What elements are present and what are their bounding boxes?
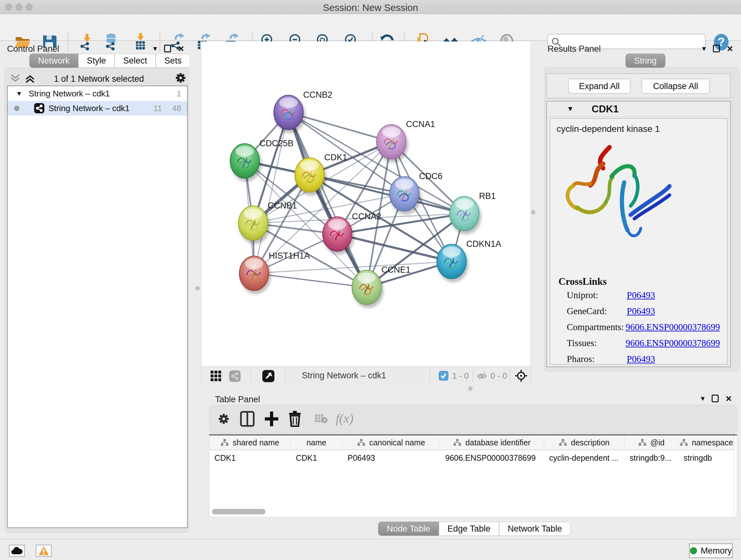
- tab-sets[interactable]: Sets: [156, 54, 190, 68]
- network-options-gear-icon[interactable]: [174, 71, 188, 85]
- entry-collapse-icon[interactable]: ▼: [567, 105, 574, 113]
- node-label-CCNE1: CCNE1: [381, 265, 411, 274]
- memory-status-dot: [690, 547, 697, 554]
- results-panel-collapse-icon[interactable]: ▾: [702, 44, 706, 53]
- tab-string-results[interactable]: String: [625, 54, 665, 68]
- crosslink-label: GeneCard:: [567, 306, 627, 316]
- node-RB1[interactable]: RB1: [450, 191, 496, 234]
- control-panel-title: Control Panel: [7, 44, 59, 54]
- expand-all-button[interactable]: Expand All: [568, 78, 630, 94]
- column-header-label: name: [307, 438, 327, 447]
- tree-expand-icon[interactable]: ▼: [16, 90, 22, 98]
- statusbar-separator: [285, 369, 285, 382]
- cell-database-identifier[interactable]: 9606.ENSP00000378699: [440, 451, 544, 465]
- fit-selected-crosshair-icon[interactable]: [515, 369, 528, 382]
- results-panel-title: Results Panel: [548, 44, 601, 54]
- column-type-icon: [559, 439, 567, 446]
- node-label-CDC25B: CDC25B: [259, 138, 293, 148]
- column-header-database-identifier[interactable]: database identifier: [440, 435, 544, 449]
- create-column-icon[interactable]: [264, 411, 279, 427]
- table-panel-float-icon[interactable]: [712, 395, 719, 402]
- import-table-icon[interactable]: [131, 33, 149, 51]
- node-CDKN1A[interactable]: CDKN1A: [437, 239, 501, 282]
- control-panel-close-icon[interactable]: ×: [178, 45, 184, 52]
- table-panel-close-icon[interactable]: ×: [726, 395, 732, 402]
- cell--id[interactable]: stringdb:9...: [624, 451, 678, 465]
- column-header-shared-name[interactable]: shared name: [209, 435, 291, 449]
- tab-style[interactable]: Style: [78, 54, 115, 68]
- tab-select[interactable]: Select: [115, 54, 156, 68]
- control-panel-float-icon[interactable]: [164, 45, 171, 52]
- table-gear-icon[interactable]: [216, 412, 231, 426]
- entry-gene-name: CDK1: [592, 104, 618, 115]
- node-CCNB2[interactable]: CCNB2: [274, 90, 333, 133]
- network-row-selected[interactable]: String Network – cdk1 11 48: [8, 101, 187, 116]
- edge-CCNB2-CCNE1[interactable]: [288, 112, 367, 287]
- node-label-CCNA2: CCNA2: [352, 212, 381, 221]
- cloud-status-button[interactable]: [9, 545, 25, 557]
- table-vertical-scrollbar[interactable]: [734, 435, 734, 517]
- tab-node-table[interactable]: Node Table: [378, 522, 439, 536]
- crosslink-label: Tissues:: [567, 338, 625, 348]
- tab-network-table[interactable]: Network Table: [499, 522, 571, 536]
- right-splitter-handle[interactable]: [531, 210, 536, 214]
- crosslink-link[interactable]: 9606.ENSP00000378699: [625, 338, 720, 348]
- table-horizontal-scrollbar[interactable]: [212, 509, 266, 514]
- grid-view-icon[interactable]: [210, 370, 222, 382]
- column-header-name[interactable]: name: [291, 435, 342, 449]
- show-columns-icon[interactable]: [240, 411, 255, 427]
- table-panel-collapse-icon[interactable]: ▾: [701, 394, 704, 403]
- crosslink-link[interactable]: P06493: [627, 306, 655, 316]
- control-panel-collapse-icon[interactable]: ▾: [153, 44, 157, 53]
- node-CDC6[interactable]: CDC6: [390, 172, 443, 214]
- column-header-canonical-name[interactable]: canonical name: [342, 435, 440, 449]
- column-header-description[interactable]: description: [544, 435, 624, 449]
- node-CCNB1[interactable]: CCNB1: [239, 201, 297, 244]
- cell-namespace[interactable]: stringdb: [678, 451, 735, 465]
- tab-edge-table[interactable]: Edge Table: [439, 522, 499, 536]
- title-bar: Session: New Session: [0, 0, 741, 14]
- column-header--id[interactable]: @id: [624, 435, 678, 449]
- node-label-HIST1H1A: HIST1H1A: [269, 251, 310, 260]
- cell-name[interactable]: CDK1: [291, 451, 342, 465]
- collapse-all-networks-icon[interactable]: [10, 73, 21, 84]
- collapse-all-button[interactable]: Collapse All: [642, 78, 710, 94]
- statusbar-separator: [430, 369, 430, 382]
- table-tabs: Node Table Edge Table Network Table: [378, 522, 570, 536]
- memory-label: Memory: [701, 546, 732, 556]
- memory-button[interactable]: Memory: [689, 543, 733, 558]
- results-entry-header[interactable]: ▼ CDK1: [547, 102, 730, 117]
- network-canvas[interactable]: CCNB2CCNA1CDC25BCDK1CDC6RB1CCNB1CCNA2CDK…: [201, 42, 531, 367]
- edge-CCNA2-CDKN1A[interactable]: [337, 234, 452, 261]
- left-splitter-handle[interactable]: [195, 286, 200, 291]
- column-header-namespace[interactable]: namespace: [678, 435, 735, 449]
- expand-all-networks-icon[interactable]: [24, 73, 36, 84]
- open-in-window-icon[interactable]: [262, 370, 275, 382]
- crosslink-link[interactable]: P06493: [627, 354, 655, 364]
- crosslink-row: GeneCard:P06493: [567, 306, 720, 316]
- tab-network[interactable]: Network: [29, 54, 78, 68]
- network-collection-row[interactable]: ▼ String Network – cdk1 1: [8, 86, 187, 101]
- cell-canonical-name[interactable]: P06493: [342, 451, 440, 465]
- edge-CCNB2-HIST1H1A[interactable]: [254, 112, 288, 273]
- selected-checkbox-icon[interactable]: [439, 371, 448, 381]
- warnings-button[interactable]: [36, 545, 52, 557]
- table-row[interactable]: CDK1CDK1P064939606.ENSP00000378699cyclin…: [209, 451, 735, 465]
- bottom-splitter-handle[interactable]: [468, 386, 473, 391]
- crosslink-link[interactable]: P06493: [627, 290, 655, 300]
- table-panel-title: Table Panel: [215, 395, 260, 405]
- crosslink-link[interactable]: 9606.ENSP00000378699: [625, 322, 720, 332]
- results-panel-close-icon[interactable]: ×: [727, 45, 733, 52]
- node-CDC25B[interactable]: CDC25B: [230, 138, 293, 182]
- birds-eye-view-icon[interactable]: [229, 370, 241, 382]
- results-panel-float-icon[interactable]: [713, 45, 720, 52]
- import-network-file-icon[interactable]: [78, 33, 96, 51]
- delete-column-icon[interactable]: [288, 410, 302, 427]
- node-CCNA2[interactable]: CCNA2: [323, 212, 381, 255]
- cell-shared-name[interactable]: CDK1: [209, 451, 291, 465]
- statusbar-separator: [473, 369, 473, 382]
- cell-description[interactable]: cyclin-dependent ...: [544, 451, 624, 465]
- table-toolbar: f(x): [209, 405, 737, 433]
- import-network-database-icon[interactable]: [104, 33, 121, 51]
- node-CCNE1[interactable]: CCNE1: [352, 265, 411, 308]
